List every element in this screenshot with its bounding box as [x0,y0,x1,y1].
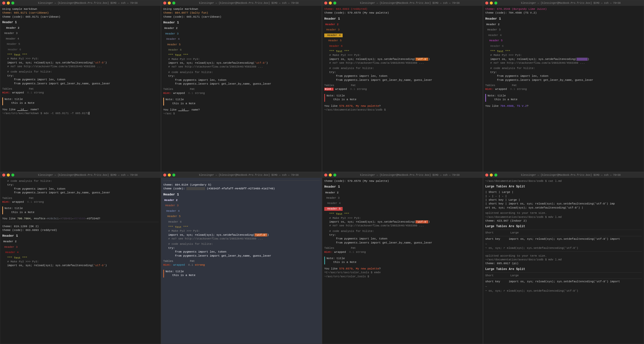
titlebar-1: klessinger — [klessinger@MacBook-Pro.fri… [0,0,161,6]
terminal-window-1[interactable]: klessinger — [klessinger@MacBook-Pro.fri… [0,0,161,172]
header-4-2: Header 4 [163,37,320,41]
terminal-window-5[interactable]: klessinger — [klessinger@MacBook-Pro.fri… [0,172,161,344]
close-button-2[interactable] [163,2,166,5]
close-button-1[interactable] [2,2,5,5]
maximize-button-6[interactable] [172,174,175,177]
titlebar-text-6: klessinger — [klessinger@MacBook-Pro.fri… [178,174,320,177]
header-2-4: Header 2 [485,23,642,26]
close-button-5[interactable] [2,174,5,177]
code-l7: from pygments import lex, token [163,78,320,82]
note-block-3: Note: title this is a Note [324,94,481,102]
header-3-4: Header 3 [485,28,642,32]
note-body-4: this is a Note [488,98,642,101]
table-hint-2: Hint: wrapped 0.1 strong [163,91,320,95]
split-msg-2: splitted according to your term size. [485,254,642,258]
note-body-5: this is a Note [5,211,159,214]
minimize-button-5[interactable] [7,174,10,177]
header-1-7: Header 1 [324,185,481,189]
prompt-7-2: ~/axc/src/axc/color_tools $ [324,275,481,279]
note-title-3: Note: title [327,94,481,98]
terminal-window-7[interactable]: klessinger — [klessinger@MacBook-Pro.fri… [322,172,483,344]
minimize-button-6[interactable] [168,174,171,177]
table-hint: Hint: wrapped 0.1 strong [2,91,159,95]
close-button-3[interactable] [324,2,327,5]
header-2-5: Header 2 [2,240,159,244]
test-code-5-3: import os, sys; reload(sys); sys.setdefa… [2,264,159,267]
note-title-5: Note: title [5,207,159,210]
prompt-line-3: ~/axc/documentation/axess/docs/zodb $ [324,108,481,112]
maximize-button-4[interactable] [494,2,497,5]
minimize-button-3[interactable] [329,2,332,5]
close-button-6[interactable] [163,174,166,177]
table-rendered-header: Short Large [485,231,642,235]
code-7-4: # no? see http://stackoverflow.com/a/298… [324,224,481,228]
minimize-button-7[interactable] [329,174,332,177]
table-hdr-7: Tables Fmt [324,246,481,250]
minimize-button-4[interactable] [490,2,493,5]
header-3-7: Header 3 [324,196,481,200]
maximize-button-8[interactable] [494,174,497,177]
code-6-5: # code analysis for hilite: [163,242,320,246]
terminal-window-3[interactable]: klessinger — [klessinger@MacBook-Pro.fri… [322,0,483,172]
code-b8: from pygments.lexers import get_lexer_by… [485,78,642,82]
code-l2: # Make Py2 >>> Py3: [163,57,320,61]
terminal-window-2[interactable]: klessinger — [klessinger@MacBook-Pro.fri… [161,0,322,172]
header-4-6: Header 4 [163,209,320,213]
code-l1: """ Test """ [163,53,320,57]
spacer [2,95,159,96]
header-1-2: Header 1 [163,20,320,25]
footer-text-2: You like __id__, name? [163,108,320,112]
header-3-5: Header 3 [2,245,159,249]
code-7-5: # code analysis for hilite: [324,229,481,233]
header-1-4: Header 1 [485,17,642,21]
os-row-1: ~ os, sys; r eload(sys); sys.setdefaulte… [485,246,642,250]
maximize-button-1[interactable] [11,2,14,5]
maximize-button-7[interactable] [333,174,336,177]
header-6-6: Header 6 [163,220,320,224]
close-button-8[interactable] [485,174,488,177]
line-num-2: # Make Py2 >>> Py3: [2,57,159,61]
note-block-2: Note: title this is a Note [163,98,320,106]
close-button-7[interactable] [324,174,327,177]
terminal-content-7: theme (code): 579.6579 (My new palette) … [322,178,483,344]
spacer [324,254,481,256]
maximize-button-2[interactable] [172,2,175,5]
theme-line-2: theme: 884.0977 (Salty fun) [163,11,320,15]
table-rendered-header-2: Short Large [485,274,642,278]
close-button-4[interactable] [485,2,488,5]
minimize-button-2[interactable] [168,2,171,5]
code-7-3: import os, sys; reload(sys); sys.setdefa… [324,220,481,224]
header-5-7: Header 5 [324,207,343,211]
spacer [485,91,642,93]
header-1: Header 1 [2,20,159,25]
header-3: Header 3 [2,31,159,35]
spacer [163,267,320,269]
terminal-window-6[interactable]: klessinger — [klessinger@MacBook-Pro.fri… [161,172,322,344]
code-r3: import os, sys; reload(sys); sys.setdefa… [324,57,481,61]
large-tables-title-2: Large Tables Are Split [485,224,642,229]
spacer [324,32,481,33]
code-r1: """ Test """ [324,50,481,53]
code-6-2: # Make Py2 >>> Py3: [163,229,320,233]
table-hdr-6: Tables Fmt [163,259,320,263]
header-6: Header 6 [2,48,159,52]
maximize-button-3[interactable] [333,2,336,5]
titlebar-5: klessinger — [klessinger@MacBook-Pro.fri… [0,172,161,178]
minimize-button-8[interactable] [490,174,493,177]
table-hint-5: Hint: wrapped 0.1 strong [2,200,159,204]
minimize-button-1[interactable] [7,2,10,5]
header-2-3: Header 2 [324,23,481,26]
code-l5: # code analysis for hilite: [163,71,320,74]
code-b7: from pygments import lex, token [485,74,642,78]
prompt-8-2: ~/axc/documentation/axess/docs/zodb $ md… [485,215,642,219]
header-5-2: Header 5 [163,43,320,47]
terminal-window-8[interactable]: klessinger — [klessinger@MacBook-Pro.fri… [483,172,644,344]
maximize-button-5[interactable] [11,174,14,177]
terminal-content-6: theme: 884.0134 (Legendary 5) theme (cod… [161,178,322,344]
table-header: Tables Fmt [2,87,159,91]
titlebar-text-1: klessinger — [klessinger@MacBook-Pro.fri… [17,2,159,5]
header-6-3: Header 6 [324,44,481,48]
code-r4: # no? see http://stackoverflow.com/a/298… [324,61,481,65]
terminal-window-4[interactable]: klessinger — [klessinger@MacBook-Pro.fri… [483,0,644,172]
theme-code-7: theme (code): 579.6579 (My new palette) [324,179,481,183]
